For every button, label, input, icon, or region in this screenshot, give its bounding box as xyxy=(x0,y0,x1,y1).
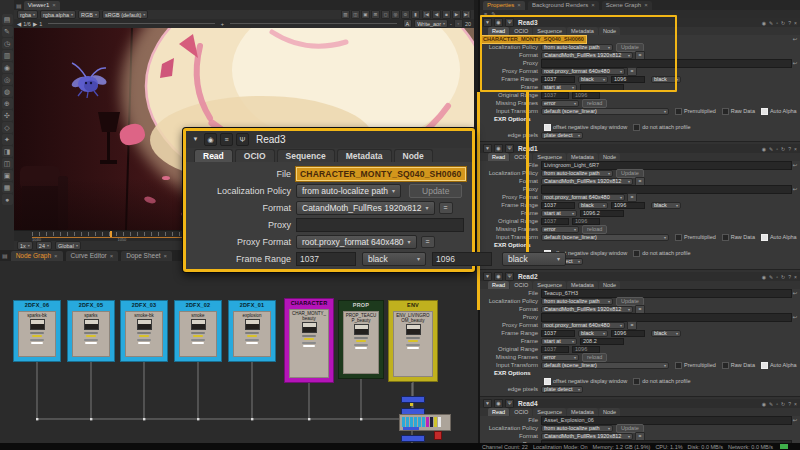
stacked-node[interactable] xyxy=(410,417,413,427)
original-start-input[interactable]: 1037 xyxy=(541,346,569,353)
node-group[interactable]: sparks-bk xyxy=(18,311,56,357)
proxy-format-edit-icon[interactable]: = xyxy=(627,193,637,202)
channel-icon[interactable]: ▥ xyxy=(2,50,13,61)
rate-select[interactable]: 1x▾ xyxy=(17,241,33,250)
tab-sequence[interactable]: Sequence xyxy=(533,27,566,35)
mini-node[interactable] xyxy=(84,332,98,334)
panel-header[interactable]: ▼◉ΨRead4◉✎▫↻?× xyxy=(480,399,800,408)
backdrop-node-2dfx_02[interactable]: 2DFX_02smoke xyxy=(174,300,222,362)
premultiplied-checkbox[interactable] xyxy=(675,108,682,115)
close-icon[interactable]: × xyxy=(794,274,797,280)
revert-icon[interactable]: ↻ xyxy=(781,401,785,407)
proxy-field[interactable] xyxy=(541,185,792,194)
mini-node[interactable] xyxy=(406,344,420,346)
play-back-icon[interactable]: ◀ xyxy=(432,10,441,19)
localization-policy-select[interactable]: from auto-localize path▾ xyxy=(296,184,401,198)
range-end-input[interactable]: 1096 xyxy=(611,76,645,83)
tab-node-graph[interactable]: Node Graph× xyxy=(11,251,63,261)
file-field[interactable]: Teacup_67H3 xyxy=(541,289,792,298)
roi-icon[interactable]: ▥ xyxy=(341,10,350,19)
frame-value-input[interactable]: 208.2 xyxy=(580,338,624,345)
proxy-format-select[interactable]: root.proxy_format 640x480▾ xyxy=(541,68,625,75)
original-start-input[interactable]: 1037 xyxy=(541,92,569,99)
3d-view-icon[interactable]: ⊙ xyxy=(401,10,410,19)
center-node-icon[interactable]: ◉ xyxy=(494,18,503,27)
display-channel-select[interactable]: RGB▾ xyxy=(78,10,100,19)
range-end-input[interactable]: 1096 xyxy=(611,330,645,337)
mini-node[interactable] xyxy=(246,342,258,344)
tab-ocio[interactable]: OCIO xyxy=(510,27,532,35)
range-end-mode-select[interactable]: black▾ xyxy=(651,76,681,83)
frame-value-input[interactable] xyxy=(580,84,624,91)
mini-node[interactable] xyxy=(303,345,315,347)
format-select[interactable]: CatandMoth_FullRes 1920x812▾ xyxy=(541,433,633,440)
toolsets-icon[interactable]: ▦ xyxy=(2,182,13,193)
auto-alpha-checkbox[interactable] xyxy=(761,362,768,369)
reload-button[interactable]: reload xyxy=(582,353,607,362)
tab-ocio[interactable]: OCIO xyxy=(510,408,532,416)
metadata-icon[interactable]: ▣ xyxy=(2,170,13,181)
file-field[interactable]: Livingroom_Light_6R7 xyxy=(541,161,792,170)
node-tree-icon[interactable]: Ψ xyxy=(236,133,249,146)
mini-node[interactable] xyxy=(86,335,96,337)
tab-node[interactable]: Node xyxy=(599,27,620,35)
float-icon[interactable]: ▫ xyxy=(776,146,778,152)
wipe-icon[interactable]: ⊞ xyxy=(371,10,380,19)
tab-properties[interactable]: Properties× xyxy=(483,1,525,10)
backdrop-node-env[interactable]: ENVENV_LIVINGROOM_beauty xyxy=(388,300,438,382)
revert-icon[interactable]: ↻ xyxy=(781,20,785,26)
backdrop-node-2dfx_05[interactable]: 2DFX_05sparks xyxy=(67,300,115,362)
range-start-input[interactable]: 1037 xyxy=(541,330,575,337)
play-icon[interactable]: ▶ xyxy=(452,10,461,19)
reload-button[interactable]: reload xyxy=(582,99,607,108)
proxy-icon[interactable]: ◫ xyxy=(351,10,360,19)
collapse-triangle-icon[interactable]: ▼ xyxy=(483,272,492,281)
particles-icon[interactable]: ✦ xyxy=(2,134,13,145)
node-tree-icon[interactable]: Ψ xyxy=(505,399,514,408)
node-group[interactable]: explosion xyxy=(233,311,271,357)
offset-negative-display-window-checkbox[interactable] xyxy=(544,124,551,131)
localization-policy-select[interactable]: from auto-localize path▾ xyxy=(541,170,613,177)
edit-icon[interactable]: ✎ xyxy=(769,20,773,26)
mini-node[interactable] xyxy=(139,335,149,337)
revert-icon[interactable]: ↻ xyxy=(781,146,785,152)
step-fwd-icon[interactable]: ▶ xyxy=(33,21,37,27)
proxy-format-select[interactable]: root.proxy_format 640x480▾ xyxy=(296,235,417,249)
edit-icon[interactable]: ✎ xyxy=(769,401,773,407)
format-select[interactable]: CatandMoth_FullRes 1920x812▾ xyxy=(541,306,633,313)
tab-read[interactable]: Read xyxy=(488,153,509,161)
draw-icon[interactable]: ✎ xyxy=(2,26,13,37)
proxy-format-edit-icon[interactable]: = xyxy=(627,67,637,76)
backdrop-node-2dfx_06[interactable]: 2DFX_06sparks-bk xyxy=(13,300,61,362)
edge-pixels-select[interactable]: plate detect▾ xyxy=(541,386,583,393)
original-end-input[interactable]: 1096 xyxy=(572,92,600,99)
center-node-icon[interactable]: ◉ xyxy=(494,272,503,281)
tab-read[interactable]: Read xyxy=(488,408,509,416)
range-start-mode-select[interactable]: black▾ xyxy=(578,330,608,337)
center-node-icon[interactable]: ◉ xyxy=(494,399,503,408)
backdrop-node-character[interactable]: CHARACTERCHAR_MONTY_beauty xyxy=(284,298,334,383)
node-graph-canvas[interactable]: 2DFX_06sparks-bk2DFX_05sparks2DFX_03smok… xyxy=(0,261,478,443)
proxy-field[interactable] xyxy=(541,59,792,68)
frame-value-input[interactable]: 1096.2 xyxy=(580,210,624,217)
format-select[interactable]: CatandMoth_FullRes 1920x812▾ xyxy=(296,201,435,215)
mini-node[interactable] xyxy=(32,335,42,337)
mini-node[interactable] xyxy=(245,332,259,334)
go-end-icon[interactable]: ▶| xyxy=(462,10,471,19)
clip-warning-icon[interactable]: ▣ xyxy=(361,10,370,19)
revert-icon[interactable]: ↩ xyxy=(792,314,797,320)
float-icon[interactable]: ▫ xyxy=(776,20,778,26)
center-node-icon[interactable]: ◉ xyxy=(204,133,217,146)
edit-icon[interactable]: ✎ xyxy=(491,11,496,17)
close-icon[interactable]: × xyxy=(164,253,168,259)
mini-node[interactable] xyxy=(408,340,418,342)
mini-node[interactable] xyxy=(85,342,97,344)
collapse-triangle-icon[interactable]: ▼ xyxy=(190,134,201,145)
input-transform-select[interactable]: default (scene_linear)▾ xyxy=(541,234,669,241)
mini-node[interactable] xyxy=(192,342,204,344)
help-icon[interactable]: ? xyxy=(788,274,791,280)
revert-icon[interactable]: ↩ xyxy=(792,36,797,42)
collapse-triangle-icon[interactable]: ▼ xyxy=(483,144,492,153)
tab-ocio[interactable]: OCIO xyxy=(510,281,532,289)
edit-icon[interactable]: ✎ xyxy=(769,146,773,152)
